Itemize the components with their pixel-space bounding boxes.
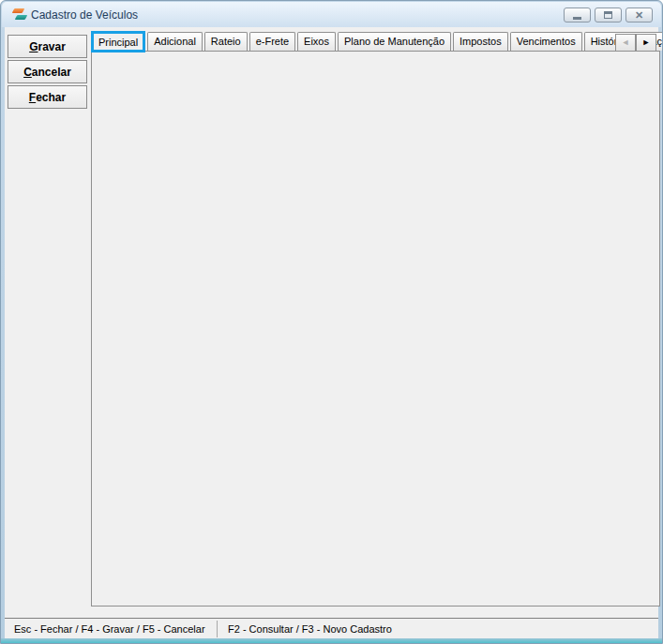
- tab-scroll-buttons: ◄ ►: [615, 34, 656, 52]
- status-shortcuts-left: Esc - Fechar / F4 - Gravar / F5 - Cancel…: [14, 622, 205, 636]
- tab-scroll-left-icon[interactable]: ◄: [615, 34, 636, 52]
- cancelar-hotkey: C: [23, 66, 32, 79]
- tab-adicional[interactable]: Adicional: [147, 32, 203, 51]
- tab-content-panel: [91, 51, 660, 607]
- window-controls: ✕: [564, 7, 653, 22]
- maximize-button[interactable]: [595, 7, 622, 22]
- window-title: Cadastro de Veículos: [31, 8, 138, 22]
- close-button[interactable]: ✕: [625, 7, 653, 22]
- window-frame-bottom: [1, 638, 662, 643]
- title-bar[interactable]: Cadastro de Veículos ✕: [2, 2, 661, 27]
- tab-eixos[interactable]: Eixos: [297, 32, 336, 51]
- tab-e-frete[interactable]: e-Frete: [249, 32, 295, 51]
- status-shortcuts-right: F2 - Consultar / F3 - Novo Cadastro: [228, 622, 392, 636]
- gravar-button[interactable]: Gravar: [8, 35, 87, 58]
- minimize-button[interactable]: [564, 7, 591, 22]
- status-bar-divider: [217, 621, 218, 637]
- cadastro-veiculos-window: Cadastro de Veículos ✕ Gravar Cancelar F…: [0, 0, 663, 644]
- tab-strip: PrincipalAdicionalRateioe-FreteEixosPlan…: [91, 31, 663, 52]
- minimize-icon: [573, 17, 581, 20]
- tab-plano-de-manutencao[interactable]: Plano de Manutenção: [338, 32, 451, 51]
- tab-rateio[interactable]: Rateio: [204, 32, 248, 51]
- app-icon: [11, 8, 27, 22]
- gravar-label: ravar: [38, 40, 65, 53]
- close-icon: ✕: [635, 10, 643, 21]
- tab-vencimentos[interactable]: Vencimentos: [510, 32, 582, 51]
- tab-principal[interactable]: Principal: [91, 31, 145, 52]
- tab-scroll-right-icon[interactable]: ►: [636, 34, 656, 52]
- tab-impostos[interactable]: Impostos: [453, 32, 508, 51]
- maximize-icon: [604, 11, 612, 19]
